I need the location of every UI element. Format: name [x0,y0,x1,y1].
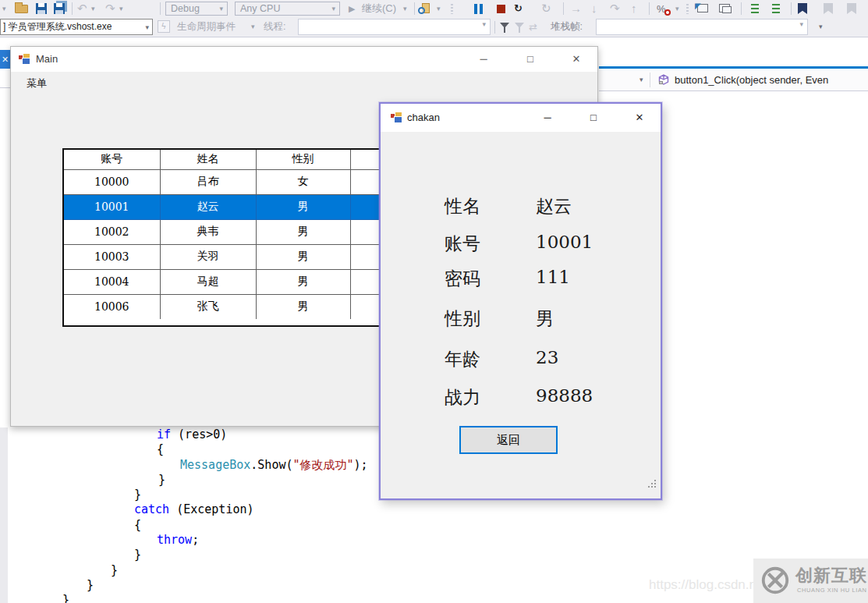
pause-icon[interactable] [473,4,484,14]
column-header-stub [350,150,382,169]
grid-cell[interactable] [350,269,382,294]
cursor-arrow-icon: ◤ [695,2,701,10]
grid-cell[interactable]: 10002 [64,219,160,244]
minimize-button[interactable]: ─ [533,104,562,132]
grid-cell[interactable] [350,219,382,244]
step-over-icon[interactable]: ↷ [610,0,620,17]
table-row[interactable]: 10000吕布女 [64,169,382,194]
chevron-down-icon: ▾ [482,20,486,28]
table-row[interactable]: 10001赵云男 [64,194,382,219]
continue-button[interactable]: 继续(C) [362,0,396,17]
breakpoints-dropdown-icon[interactable]: ▾ [675,0,679,17]
resize-grip-icon[interactable] [648,486,656,494]
continue-play-icon[interactable]: ▶ [349,0,355,17]
watermark-url: https://blog.csdn.ne [649,577,763,593]
redo-icon[interactable]: ↷ [105,0,115,17]
grid-cell[interactable]: 10001 [64,194,160,219]
indent-lines2-icon[interactable] [769,4,780,13]
save-icon[interactable] [36,3,47,14]
menu-item-caidan[interactable]: 菜单 [20,72,53,95]
filter-icon[interactable] [500,23,509,28]
redo-dropdown-icon[interactable]: ▾ [119,0,123,17]
back-button[interactable]: 返回 [459,426,558,454]
maximize-button[interactable]: □ [579,104,608,132]
grid-cell[interactable] [350,244,382,269]
close-button[interactable]: ✕ [560,47,593,72]
pin-to-source-icon[interactable]: ◤ [697,4,708,12]
next-bookmark-icon[interactable] [847,3,856,14]
lifecycle-dropdown-icon[interactable]: ▾ [251,17,255,37]
process-combo[interactable]: ] 学员管理系统.vshost.exe ▾ [0,19,153,35]
table-row[interactable]: 10004马超男 [64,269,382,294]
lifecycle-events-button[interactable]: 生命周期事件 [177,17,236,37]
previous-bookmark-icon[interactable] [824,3,833,14]
minimize-button[interactable]: ─ [467,47,500,72]
divider [0,87,10,88]
step-into-icon[interactable]: ↓ [591,0,597,17]
grid-cell[interactable]: 10003 [64,244,160,269]
grid-cell[interactable] [350,294,382,319]
grid-cell[interactable]: 男 [256,194,350,219]
code-area[interactable]: if (res>0){MessageBox.Show("修改成功");}}cat… [8,427,379,603]
stop-debug-icon[interactable] [497,5,505,13]
restart-icon[interactable]: ↻ [514,0,523,17]
field-label: 年龄 [445,347,480,371]
grid-cell[interactable] [350,169,382,194]
open-file-icon[interactable] [15,5,28,13]
chevron-down-icon: ▾ [145,20,149,35]
grid-cell[interactable]: 关羽 [160,244,256,269]
bookmark-icon[interactable] [798,3,807,14]
table-row[interactable]: 10003关羽男 [64,244,382,269]
grid-cell[interactable]: 女 [256,169,350,194]
table-row[interactable]: 10002典韦男 [64,219,382,244]
attach-dropdown-icon[interactable]: ▾ [437,0,441,17]
table-row[interactable]: 10006张飞男 [64,294,382,319]
grid-cell[interactable]: 张飞 [160,294,256,319]
grid-cell[interactable]: 男 [256,244,350,269]
continue-dropdown-icon[interactable]: ▾ [403,0,407,17]
separator [563,2,564,15]
column-header-gender[interactable]: 性别 [256,150,350,169]
save-all-icon[interactable] [54,3,65,14]
grid-cell[interactable]: 赵云 [160,194,256,219]
grid-cell[interactable]: 男 [256,294,350,319]
undo-dropdown-icon[interactable]: ▾ [91,0,95,17]
grid-cell[interactable]: 男 [256,219,350,244]
tool-window-close-button[interactable]: ✕ [0,50,10,69]
grid-cell[interactable]: 男 [256,269,350,294]
stack-frame-combo[interactable]: ▾ [596,19,808,35]
main-title-bar[interactable]: Main ─ □ ✕ [11,47,597,72]
close-button[interactable]: ✕ [625,104,654,132]
indent-lines-icon[interactable] [748,4,759,13]
code-line: } [8,548,379,562]
main-menu-bar: 菜单 [11,72,597,95]
step-out-icon[interactable]: ↑ [631,0,637,17]
grid-cell[interactable] [350,194,382,219]
thread-combo[interactable]: ▾ [298,19,491,35]
column-header-account[interactable]: 账号 [64,150,160,169]
toolbar2-overflow-icon[interactable]: ▾ [819,17,823,37]
grid-cell[interactable]: 10000 [64,169,160,194]
breakpoints-icon[interactable]: % [657,2,670,16]
debug-config-combo[interactable]: Debug ▾ [165,2,228,16]
show-next-statement-icon[interactable]: → [570,0,582,17]
students-grid[interactable]: 账号 姓名 性别 10000吕布女10001赵云男10002典韦男10003关羽… [62,148,382,327]
undo-icon[interactable]: ↶ [77,0,87,17]
toggle-flagged-icon[interactable]: ⇄ [529,17,537,37]
field-value: 男 [536,307,554,331]
grid-cell[interactable]: 10004 [64,269,160,294]
refresh-icon[interactable]: ↻ [541,0,551,17]
member-dropdown[interactable]: button1_Click(object sender, Even [675,69,866,91]
grid-cell[interactable]: 10006 [64,294,160,319]
maximize-button[interactable]: □ [514,47,547,72]
grid-cell[interactable]: 马超 [160,269,256,294]
type-dropdown-icon[interactable]: ▾ [639,69,643,91]
chakan-title-bar[interactable]: chakan ─ □ ✕ [381,104,661,132]
platform-combo[interactable]: Any CPU ▾ [235,2,340,16]
grid-cell[interactable]: 吕布 [160,169,256,194]
clear-filter-icon[interactable] [515,23,524,28]
toolbar-overflow-icon[interactable]: ▾ [2,0,6,17]
grid-cell[interactable]: 典韦 [160,219,256,244]
standard-toolbar: ▾ ↶ ▾ ↷ ▾ Debug ▾ Any CPU ▾ ▶ 继续(C) ▾ [0,0,868,17]
column-header-name[interactable]: 姓名 [160,150,256,169]
